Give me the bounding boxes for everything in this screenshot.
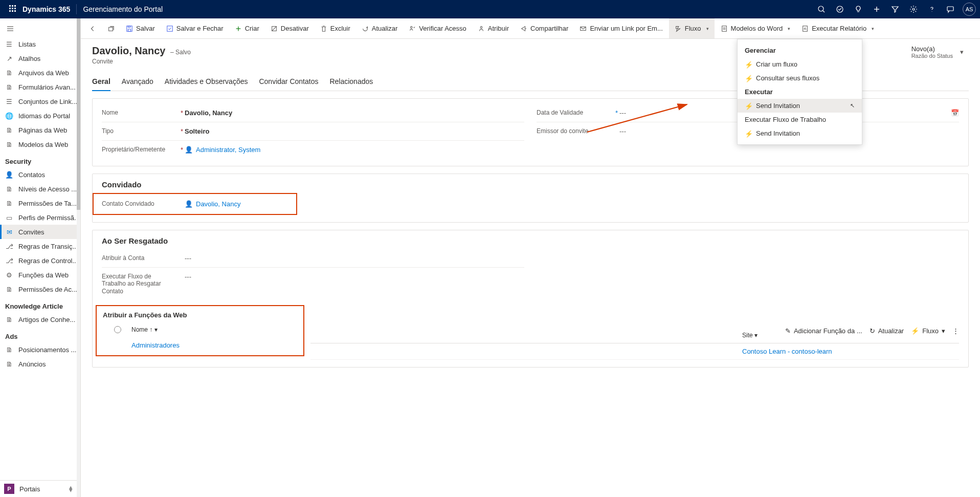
- run-report-button[interactable]: Executar Relatório▾: [796, 18, 879, 38]
- sidebar-item-label: Perfis de Permissã...: [18, 214, 80, 222]
- create-button[interactable]: Criar: [230, 18, 264, 38]
- sidebar-item[interactable]: 🗎Níveis de Acesso ...: [0, 182, 80, 196]
- contact-link[interactable]: Davolio, Nancy: [196, 200, 240, 208]
- sidebar-item[interactable]: 🗎Anúncios: [0, 357, 80, 371]
- chevron-down-icon[interactable]: ▾: [754, 332, 758, 339]
- field-label: Nome: [102, 109, 118, 116]
- lightbulb-icon[interactable]: [849, 0, 867, 18]
- sidebar-item[interactable]: 🗎Permissões de Ta...: [0, 196, 80, 210]
- menu-label: Send Invitation: [756, 102, 800, 110]
- sidebar-item[interactable]: ▭Perfis de Permissã...: [0, 210, 80, 225]
- sidebar-item[interactable]: ⎇Regras de Control...: [0, 253, 80, 268]
- flow-menu-send-invitation-2[interactable]: ⚡Send Invitation: [738, 126, 862, 140]
- sidebar-item[interactable]: 🗎Páginas da Web: [0, 123, 80, 137]
- flow-icon: ⚡: [745, 75, 752, 82]
- field-owner[interactable]: Proprietário/Remetente* 👤Administrator, …: [102, 141, 524, 159]
- menu-label: Executar Fluxo de Trabalho: [745, 116, 826, 123]
- filter-icon[interactable]: [886, 0, 904, 18]
- flow-menu-create[interactable]: ⚡Criar um fluxo: [738, 57, 862, 71]
- owner-link[interactable]: Administrator, System: [196, 146, 260, 154]
- menu-label: Send Invitation: [756, 129, 800, 137]
- sidebar-scrollbar[interactable]: [77, 18, 80, 497]
- flow-menu-header-manage: Gerenciar: [738, 44, 862, 57]
- tab-general[interactable]: Geral: [92, 74, 110, 91]
- sidebar-item-convites[interactable]: ✉Convites: [0, 225, 80, 239]
- sidebar-item[interactable]: ⎇Regras de Transiç...: [0, 239, 80, 253]
- contact-icon: 👤: [185, 200, 193, 208]
- help-icon[interactable]: [923, 0, 941, 18]
- svg-rect-22: [722, 26, 726, 31]
- tab-activities[interactable]: Atividades e Observações: [165, 74, 248, 91]
- sidebar-item-label: Posicionamentos ...: [18, 346, 76, 354]
- sidebar-footer[interactable]: P Portais ▴▾: [0, 480, 77, 497]
- flow-menu-send-invitation[interactable]: ⚡Send Invitation↖: [738, 99, 862, 113]
- sidebar-item[interactable]: ⚙Funções da Web: [0, 268, 80, 282]
- svg-point-19: [411, 26, 413, 28]
- gear-icon[interactable]: [904, 0, 923, 18]
- email-link-button[interactable]: Enviar um Link por Em...: [574, 18, 667, 38]
- field-name[interactable]: Nome* Davolio, Nancy: [102, 104, 524, 122]
- field-assign-account[interactable]: Atribuir à Conta ---: [102, 249, 524, 268]
- tab-invite-contacts[interactable]: Convidar Contatos: [259, 74, 318, 91]
- sidebar-item-label: Níveis de Acesso ...: [18, 185, 77, 193]
- file-icon: 🗎: [5, 83, 13, 91]
- save-button[interactable]: Salvar: [121, 18, 160, 38]
- app-launcher-icon[interactable]: [9, 5, 17, 13]
- menu-label: Consultar seus fluxos: [756, 74, 819, 82]
- person-icon: 👤: [185, 146, 193, 154]
- sidebar-item[interactable]: 🗎Artigos de Conhe...: [0, 312, 80, 327]
- status-selector[interactable]: Novo(a) Razão do Status ▾: [911, 45, 969, 59]
- svg-rect-11: [127, 26, 132, 31]
- check-access-button[interactable]: Verificar Acesso: [404, 18, 472, 38]
- save-close-button[interactable]: Salvar e Fechar: [161, 18, 229, 38]
- col-header[interactable]: Site: [742, 332, 753, 339]
- hamburger-icon[interactable]: [0, 20, 80, 37]
- share-button[interactable]: Compartilhar: [515, 18, 573, 38]
- sidebar-item[interactable]: ☰Conjuntos de Link...: [0, 94, 80, 109]
- svg-rect-12: [128, 29, 130, 31]
- cmd-label: Excluir: [330, 25, 350, 32]
- tab-related[interactable]: Relacionados: [329, 74, 373, 91]
- sidebar-item[interactable]: 🗎Formulários Avan...: [0, 80, 80, 94]
- redemption-section: Ao Ser Resgatado Atribuir à Conta --- Ex…: [92, 230, 969, 368]
- sidebar-item[interactable]: 🗎Modelos da Web: [0, 137, 80, 152]
- open-new-window-button[interactable]: [102, 18, 120, 38]
- assign-button[interactable]: Atribuir: [473, 18, 514, 38]
- sidebar-item[interactable]: 🗎Posicionamentos ...: [0, 342, 80, 357]
- delete-button[interactable]: Excluir: [315, 18, 355, 38]
- brand-label: Dynamics 365: [23, 5, 70, 13]
- flow-button[interactable]: Fluxo▾: [669, 18, 715, 38]
- sidebar-item[interactable]: 🗎Permissões de Ac...: [0, 282, 80, 296]
- task-icon[interactable]: [831, 0, 849, 18]
- add-icon[interactable]: [867, 0, 886, 18]
- sidebar-item[interactable]: ↗Atalhos: [0, 51, 80, 66]
- sidebar-item[interactable]: ☰Listas: [0, 37, 80, 51]
- word-templates-button[interactable]: Modelos do Word▾: [716, 18, 796, 38]
- search-icon[interactable]: [812, 0, 831, 18]
- field-type[interactable]: Tipo* Solteiro: [102, 122, 524, 141]
- tab-advanced[interactable]: Avançado: [122, 74, 153, 91]
- chat-icon[interactable]: [941, 0, 960, 18]
- sidebar-item[interactable]: 🌐Idiomas do Portal: [0, 109, 80, 123]
- deactivate-button[interactable]: Desativar: [265, 18, 314, 38]
- row-site-link[interactable]: Contoso Learn - contoso-learn: [742, 348, 832, 355]
- sidebar-item-label: Funções da Web: [18, 271, 69, 279]
- flow-menu-run-workflow[interactable]: Executar Fluxo de Trabalho: [738, 113, 862, 126]
- refresh-button[interactable]: Atualizar: [357, 18, 403, 38]
- record-title: Davolio, Nancy: [92, 45, 165, 56]
- avatar[interactable]: AS: [963, 3, 976, 16]
- file-icon: 🗎: [5, 69, 13, 77]
- cmd-label: Criar: [245, 25, 259, 32]
- file-icon: 🗎: [5, 140, 13, 148]
- field-label: Tipo: [102, 127, 114, 135]
- flow-menu-view[interactable]: ⚡Consultar seus fluxos: [738, 71, 862, 85]
- cmd-label: Enviar um Link por Em...: [590, 25, 662, 32]
- back-button[interactable]: [84, 18, 101, 38]
- field-invited-contact[interactable]: Contato Convidado 👤Davolio, Nancy: [102, 197, 288, 211]
- calendar-icon[interactable]: 📅: [951, 109, 959, 117]
- globe-icon: 🌐: [5, 112, 13, 120]
- field-run-workflow[interactable]: Executar Fluxo de Trabalho ao Resgatar C…: [102, 268, 524, 300]
- field-label: Emissor do convite: [537, 127, 588, 135]
- sidebar-item[interactable]: 🗎Arquivos da Web: [0, 66, 80, 80]
- sidebar-item[interactable]: 👤Contatos: [0, 167, 80, 182]
